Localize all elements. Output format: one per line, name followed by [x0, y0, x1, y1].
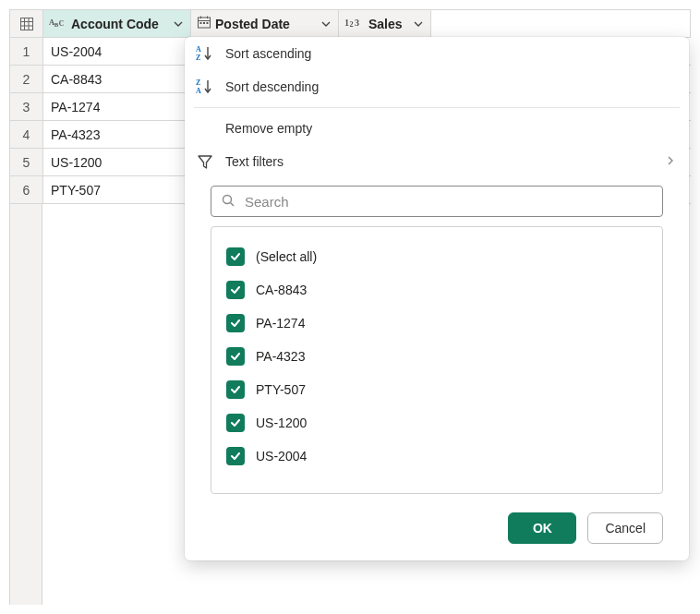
column-header-label: Sales	[368, 17, 406, 31]
svg-text:Z: Z	[196, 78, 200, 87]
search-field-wrap	[211, 186, 663, 217]
cell-account-code[interactable]: US-2004	[43, 38, 191, 65]
svg-rect-0	[20, 18, 32, 30]
button-label: Cancel	[605, 521, 646, 536]
sort-ascending-item[interactable]: A Z Sort ascending	[185, 37, 689, 70]
filter-value-item[interactable]: CA-8843	[226, 273, 647, 307]
ok-button[interactable]: OK	[508, 512, 576, 544]
checkbox-checked-icon[interactable]	[226, 380, 245, 399]
sort-desc-icon: Z A	[194, 78, 216, 96]
text-type-icon: A B C	[49, 16, 67, 31]
column-header-account-code[interactable]: A B C Account Code	[43, 10, 191, 37]
svg-text:A: A	[196, 45, 201, 54]
text-filters-item[interactable]: Text filters	[185, 145, 689, 178]
menu-label: Sort ascending	[225, 46, 676, 61]
search-input[interactable]	[243, 193, 653, 211]
column-filter-dropdown-button[interactable]	[318, 16, 334, 32]
filter-value-item[interactable]: US-2004	[226, 439, 647, 473]
column-filter-dropdown-button[interactable]	[410, 16, 427, 32]
filter-values-list: (Select all) CA-8843 PA-1274 PA-4323 PTY…	[211, 226, 663, 494]
filter-value-item[interactable]: PA-1274	[226, 307, 647, 340]
filter-value-item[interactable]: PA-4323	[226, 340, 647, 373]
column-header-label: Account Code	[71, 17, 166, 31]
row-number[interactable]: 6	[10, 176, 43, 203]
svg-text:A: A	[196, 87, 201, 95]
button-label: OK	[533, 521, 552, 536]
svg-line-25	[231, 202, 235, 206]
checkbox-checked-icon[interactable]	[226, 281, 245, 299]
chevron-right-icon	[665, 154, 676, 169]
filter-value-item[interactable]: (Select all)	[226, 240, 647, 273]
checkbox-checked-icon[interactable]	[226, 314, 245, 332]
sort-asc-icon: A Z	[194, 44, 216, 63]
cancel-button[interactable]: Cancel	[587, 512, 663, 544]
filter-value-label: PA-4323	[256, 349, 305, 364]
filter-value-label: PA-1274	[256, 316, 305, 331]
menu-label: Text filters	[225, 154, 656, 169]
filter-value-item[interactable]: PTY-507	[226, 373, 647, 406]
svg-text:3: 3	[355, 18, 359, 28]
date-type-icon	[197, 16, 211, 31]
row-number[interactable]: 3	[10, 93, 43, 120]
sort-descending-item[interactable]: Z A Sort descending	[185, 70, 689, 103]
cell-account-code[interactable]: PA-1274	[43, 93, 191, 120]
cell-account-code[interactable]: PA-4323	[43, 121, 191, 148]
filter-value-label: PTY-507	[256, 382, 306, 397]
row-number[interactable]: 1	[10, 38, 43, 65]
filter-value-item[interactable]: US-1200	[226, 406, 647, 439]
row-number[interactable]: 4	[10, 121, 43, 148]
filter-value-label: US-2004	[256, 449, 307, 464]
svg-text:Z: Z	[196, 54, 200, 62]
column-filter-popup: A Z Sort ascending Z A Sort descending R…	[185, 37, 689, 560]
filter-value-label: CA-8843	[256, 283, 307, 297]
svg-text:C: C	[59, 19, 64, 28]
menu-separator	[194, 107, 680, 108]
filter-value-label: US-1200	[256, 415, 307, 430]
menu-label: Remove empty	[225, 121, 676, 136]
checkbox-checked-icon[interactable]	[226, 247, 245, 266]
select-all-corner[interactable]	[10, 10, 43, 37]
cell-account-code[interactable]: PTY-507	[43, 176, 191, 203]
menu-label: Sort descending	[225, 79, 676, 94]
funnel-icon	[194, 153, 216, 170]
row-number[interactable]: 2	[10, 66, 43, 92]
cell-account-code[interactable]: CA-8843	[43, 66, 191, 92]
column-header-sales[interactable]: 1 2 3 Sales	[339, 10, 431, 37]
checkbox-checked-icon[interactable]	[226, 347, 245, 366]
search-box[interactable]	[211, 186, 663, 217]
svg-point-24	[223, 195, 232, 203]
header-blank	[431, 10, 691, 37]
row-number[interactable]: 5	[10, 149, 43, 175]
dialog-buttons: OK Cancel	[211, 512, 663, 544]
remove-empty-item[interactable]: Remove empty	[185, 112, 689, 145]
cell-account-code[interactable]: US-1200	[43, 149, 191, 175]
svg-rect-12	[200, 22, 202, 24]
svg-text:2: 2	[350, 21, 354, 30]
svg-rect-13	[203, 22, 205, 24]
column-filter-dropdown-button[interactable]	[170, 16, 187, 32]
checkbox-checked-icon[interactable]	[226, 447, 245, 465]
number-type-icon: 1 2 3	[344, 16, 365, 31]
column-header-label: Posted Date	[215, 17, 314, 31]
column-header-row: A B C Account Code	[10, 10, 691, 38]
column-header-posted-date[interactable]: Posted Date	[191, 10, 339, 37]
search-icon	[221, 193, 235, 211]
svg-rect-14	[207, 22, 209, 24]
filter-value-label: (Select all)	[256, 249, 317, 264]
svg-text:1: 1	[344, 18, 349, 28]
checkbox-checked-icon[interactable]	[226, 414, 245, 432]
